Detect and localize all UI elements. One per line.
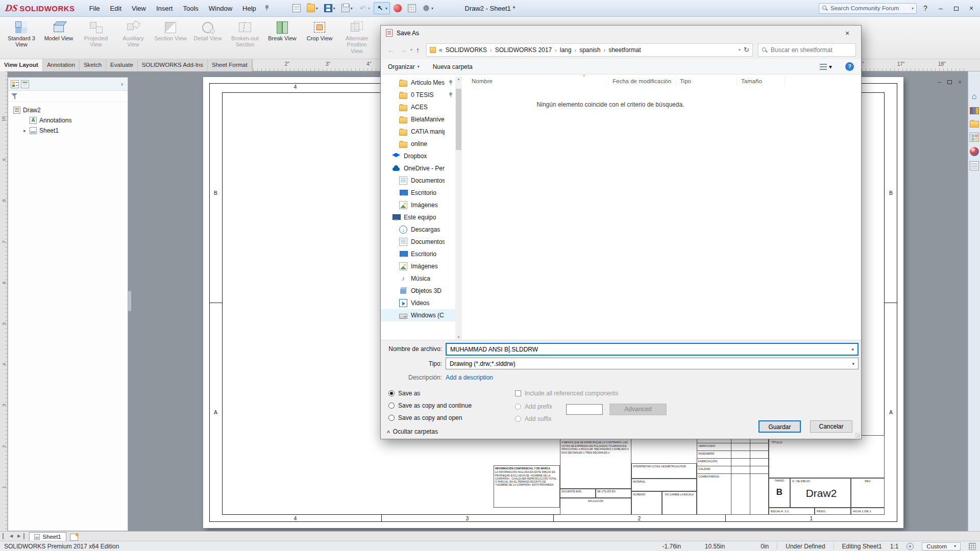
sheet-tab-active[interactable]: Sheet1 <box>29 532 66 541</box>
command-tab[interactable]: SOLIDWORKS Add-Ins <box>138 59 208 71</box>
breadcrumb-overflow[interactable]: « <box>439 46 443 54</box>
radio-icon[interactable] <box>515 416 521 422</box>
filename-input[interactable]: MUHAMMAD ANSI B .SLDDRW ▾ <box>446 343 859 356</box>
advanced-button[interactable]: Advanced <box>609 404 667 415</box>
add-suffix-radio[interactable]: Add suffix <box>515 415 551 422</box>
next-sheet-icon[interactable]: ▶ <box>16 532 22 541</box>
filename-dropdown-icon[interactable]: ▾ <box>847 347 854 352</box>
command-tab[interactable]: Sheet Format <box>208 59 252 71</box>
doc-close-icon[interactable]: × <box>958 79 962 86</box>
task-pane-icon[interactable] <box>970 161 979 170</box>
column-header[interactable]: Tipo <box>676 76 737 86</box>
dialog-search-box[interactable]: Buscar en sheetformat <box>758 43 856 57</box>
panel-expand-chevron-icon[interactable]: › <box>119 80 125 88</box>
dialog-titlebar[interactable]: Save As × <box>381 26 861 40</box>
add-sheet-icon[interactable] <box>70 534 78 541</box>
column-header[interactable]: Fecha de modificación <box>608 76 676 86</box>
tags-icon[interactable] <box>969 543 976 550</box>
save-as-radio[interactable]: Save as <box>388 390 420 397</box>
sidebar-item[interactable]: Imágenes <box>381 199 455 211</box>
radio-icon[interactable] <box>388 390 395 396</box>
command-tab[interactable]: Evaluate <box>106 59 138 71</box>
up-one-level-icon[interactable]: ↑ <box>414 46 421 54</box>
tree-item[interactable]: ▸ Sheet1 <box>9 126 127 136</box>
dropdown-arrow-icon[interactable]: ▾ <box>431 6 433 11</box>
scrollbar-thumb[interactable] <box>456 89 461 150</box>
dropdown-arrow-icon[interactable]: ▾ <box>368 6 370 11</box>
hide-folders-button[interactable]: ^ Ocultar carpetas <box>387 428 438 435</box>
filetype-dropdown[interactable]: Drawing (*.drw;*.slddrw) ▾ <box>446 358 859 369</box>
sidebar-item[interactable]: Escritorio <box>381 248 455 260</box>
menu-item[interactable]: Window <box>204 0 237 17</box>
sidebar-item[interactable]: Videos <box>381 297 455 309</box>
ribbon-button[interactable]: Standard 3 View <box>3 18 40 49</box>
search-dropdown-icon[interactable]: ▾ <box>912 6 914 11</box>
breadcrumb-label[interactable]: sheetformat <box>608 46 641 54</box>
sidebar-item[interactable]: CATIA manipulat <box>381 126 455 138</box>
quick-access-button[interactable]: ▾ <box>420 2 436 14</box>
sidebar-scrollbar[interactable]: ▲ ▼ <box>455 77 462 340</box>
panel-splitter-handle[interactable] <box>128 291 131 311</box>
doc-restore-icon[interactable] <box>947 80 952 84</box>
quick-access-button[interactable]: ▾ <box>339 2 355 14</box>
close-button[interactable]: × <box>965 2 978 14</box>
filter-icon[interactable] <box>11 93 18 99</box>
dialog-help-icon[interactable]: ? <box>845 62 854 71</box>
sidebar-item[interactable]: Articulo Mesa <box>381 77 455 89</box>
sidebar-item[interactable]: Escritorio <box>381 187 455 199</box>
help-button[interactable]: ? <box>919 2 932 14</box>
back-icon[interactable]: ← <box>386 46 396 54</box>
quick-access-button[interactable]: ▾ <box>304 2 321 14</box>
tree-item[interactable]: Annotations <box>9 115 127 126</box>
breadcrumb-label[interactable]: spanish <box>579 46 600 54</box>
task-pane-icon[interactable] <box>970 133 979 142</box>
sidebar-item[interactable]: Imágenes <box>381 260 455 272</box>
prefix-suffix-input[interactable] <box>566 404 603 415</box>
radio-icon[interactable] <box>515 404 521 410</box>
breadcrumb-label[interactable]: SOLIDWORKS <box>446 46 487 54</box>
ribbon-button[interactable]: Model View <box>40 18 77 43</box>
ribbon-button[interactable]: Detail View <box>189 18 226 43</box>
sidebar-item[interactable]: Documentos <box>381 236 455 248</box>
quick-access-button[interactable]: ▾ <box>322 2 338 14</box>
ribbon-button[interactable]: Break View <box>264 18 301 43</box>
dropdown-arrow-icon[interactable]: ▾ <box>316 6 318 11</box>
sidebar-item[interactable]: BielaManivelaPist <box>381 113 455 126</box>
organize-button[interactable]: Organizar ▾ <box>388 63 420 70</box>
display-status-icon[interactable] <box>906 543 914 550</box>
include-referenced-checkbox[interactable]: Include all referenced components <box>515 390 618 397</box>
dropdown-arrow-icon[interactable]: ▾ <box>385 6 387 11</box>
ribbon-button[interactable]: Crop View <box>301 18 338 43</box>
task-pane-icon[interactable] <box>970 147 979 156</box>
sidebar-item[interactable]: OneDrive - Personal <box>381 162 455 174</box>
dropdown-arrow-icon[interactable]: ▾ <box>333 6 335 11</box>
sidebar-item[interactable]: Windows (C:) <box>381 309 455 321</box>
sidebar-item[interactable]: Descargas <box>381 223 455 236</box>
ribbon-button[interactable]: Alternate Position View <box>338 18 375 56</box>
command-tab[interactable]: Sketch <box>80 59 106 71</box>
menu-item[interactable]: Edit <box>105 0 127 17</box>
radio-icon[interactable] <box>388 403 395 409</box>
dialog-close-button[interactable]: × <box>839 29 856 37</box>
quick-access-button[interactable]: ▾ <box>374 2 390 14</box>
ribbon-button[interactable]: Projected View <box>78 18 114 49</box>
minimize-button[interactable]: – <box>934 2 947 14</box>
add-description-link[interactable]: Add a description <box>446 374 493 381</box>
task-pane-icon[interactable] <box>970 107 979 114</box>
address-bar[interactable]: « SOLIDWORKS › SOLIDWORKS 2017 › lang › … <box>426 43 753 57</box>
sort-ascending-icon[interactable]: ^ <box>583 74 585 79</box>
prev-sheet-icon[interactable]: ◀ <box>8 532 14 541</box>
ribbon-button[interactable]: Section View <box>152 18 189 43</box>
radio-icon[interactable] <box>388 415 395 421</box>
sidebar-item[interactable]: Dropbox <box>381 150 455 162</box>
sidebar-item[interactable]: Documentos <box>381 174 455 187</box>
menu-item[interactable]: Help <box>237 0 261 17</box>
task-pane-icon[interactable] <box>970 92 979 101</box>
menu-item[interactable]: Insert <box>151 0 178 17</box>
menu-item[interactable]: File <box>84 0 105 17</box>
quick-access-button[interactable]: ▾ <box>405 2 419 14</box>
column-header[interactable]: Tamaño <box>737 76 785 86</box>
quick-access-button[interactable]: ▾ <box>290 2 303 14</box>
sidebar-item[interactable]: 0 TESIS <box>381 89 455 101</box>
refresh-icon[interactable]: ↻ <box>744 46 749 54</box>
